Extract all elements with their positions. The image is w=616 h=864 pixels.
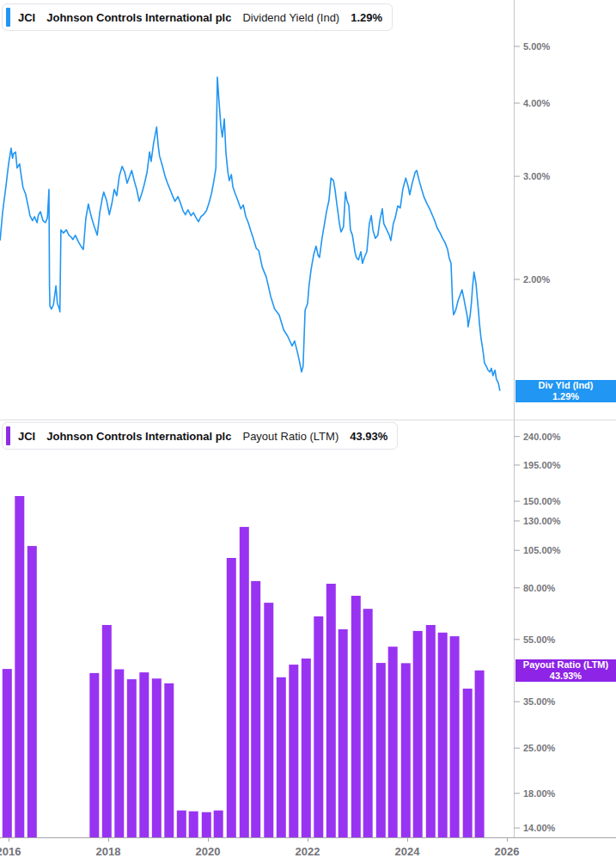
payout-ratio-plot[interactable]: [3, 496, 485, 837]
y-axis-tick-label: 105.00%: [523, 545, 560, 555]
dividend-yield-last-value-badge: Div Yld (Ind) 1.29%: [515, 380, 616, 402]
y-axis-tick-label: 18.00%: [523, 788, 555, 799]
y-axis-tick-label: 25.00%: [523, 743, 555, 753]
y-axis-tick-label: 14.00%: [523, 823, 555, 833]
y-axis-tick-label: 2.00%: [523, 274, 550, 285]
x-axis-tick-label: 2024: [383, 845, 431, 858]
y-axis-tick-label: 35.00%: [523, 696, 555, 707]
ticker-symbol: JCI: [18, 430, 35, 443]
metric-value: 1.29%: [351, 11, 382, 24]
dividend-yield-plot[interactable]: [0, 77, 500, 391]
x-axis-tick-label: 2018: [84, 845, 132, 858]
x-axis-tick-label: 2016: [0, 845, 33, 858]
metric-name: Dividend Yield (Ind): [242, 11, 339, 24]
y-axis-tick-label: 5.00%: [523, 41, 550, 52]
y-axis-tick-label: 195.00%: [523, 460, 560, 470]
x-axis-tick-label: 2020: [184, 845, 232, 858]
x-axis-tick-label: 2022: [284, 845, 332, 858]
ticker-symbol: JCI: [18, 11, 35, 24]
metric-value: 43.93%: [350, 430, 387, 443]
badge-label: Div Yld (Ind): [515, 380, 616, 391]
badge-label: Payout Ratio (LTM): [515, 659, 616, 671]
dividend-yield-legend-chip[interactable]: JCI Johnson Controls International plc D…: [2, 3, 393, 31]
y-axis-tick-label: 130.00%: [523, 516, 560, 526]
series-color-swatch-blue: [6, 8, 10, 27]
payout-ratio-legend-chip[interactable]: JCI Johnson Controls International plc P…: [2, 422, 398, 450]
y-axis-tick-label: 4.00%: [523, 98, 550, 108]
y-axis-tick-label: 3.00%: [523, 171, 550, 181]
y-axis-tick-label: 55.00%: [523, 634, 555, 645]
metric-name: Payout Ratio (LTM): [242, 430, 338, 443]
stock-chart-dashboard: JCI Johnson Controls International plc D…: [0, 0, 616, 864]
series-color-swatch-purple: [6, 426, 10, 445]
y-axis-tick-label: 80.00%: [523, 583, 555, 593]
badge-value: 43.93%: [515, 671, 616, 682]
company-name: Johnson Controls International plc: [46, 430, 231, 443]
company-name: Johnson Controls International plc: [46, 11, 231, 24]
x-axis-tick-label: 2026: [483, 845, 531, 858]
badge-value: 1.29%: [515, 391, 616, 402]
payout-ratio-last-value-badge: Payout Ratio (LTM) 43.93%: [515, 659, 616, 682]
y-axis-tick-label: 150.00%: [523, 496, 560, 506]
y-axis-tick-label: 240.00%: [523, 432, 560, 442]
